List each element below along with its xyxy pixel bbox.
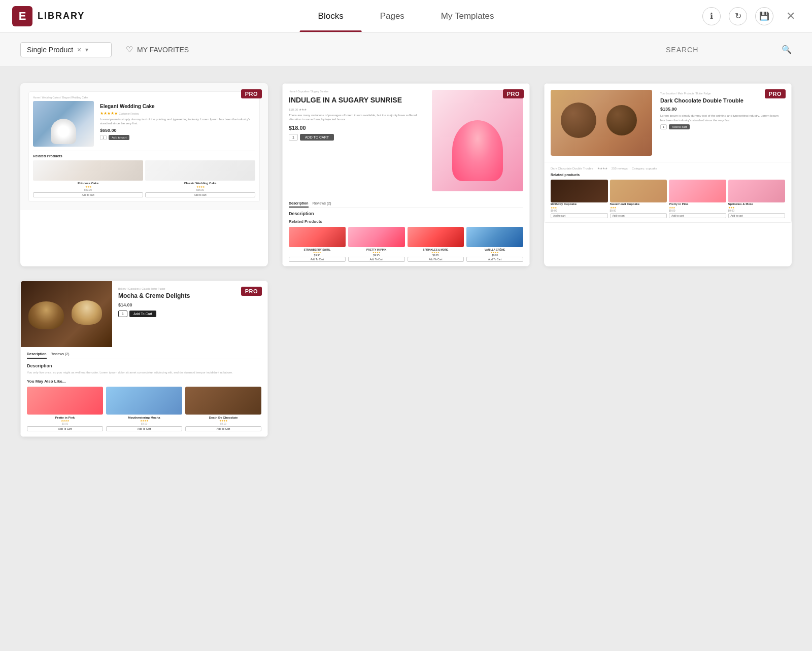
info-icon: ℹ	[710, 11, 713, 21]
card-4-related-img-3	[185, 387, 261, 415]
card-2-related-1: STRAWBERRY SWIRL ★★★★ $9.95 Add To Cart	[289, 227, 346, 262]
nav-tabs: Blocks Pages My Templates	[300, 0, 513, 32]
card-3-related-img-4	[728, 180, 786, 202]
filter-label: Single Product	[27, 46, 73, 54]
card-4-related-3: Death By Chocolate ★★★★ $9.00 Add To Car…	[185, 387, 261, 431]
card-2-tab-desc: Description	[289, 201, 309, 208]
card-1-related-img-1	[33, 160, 143, 181]
card-4-preview: Bakery / Cupcakes / Classic Butter Fudge…	[20, 281, 268, 437]
card-3-product-image	[551, 90, 652, 156]
card-2-related-3: SPRINKLES & MORE ★★★★ $9.95 Add To Cart	[408, 227, 464, 262]
card-2-related-title: Related Products	[289, 219, 523, 224]
card-2-related-img-4	[466, 227, 523, 247]
card-2-desc: There are many variations of passages of…	[289, 113, 426, 122]
card-1-related-name-2: Classic Wedding Cake	[145, 182, 255, 185]
tab-pages[interactable]: Pages	[362, 0, 423, 32]
card-4-related-img-1	[27, 387, 103, 415]
card-2-related-img-2	[348, 227, 405, 247]
card-4-cup-2	[72, 300, 102, 325]
card-2-related-img-1	[289, 227, 346, 247]
template-card-4[interactable]: PRO Bakery / Cupcakes / Classic Butter F…	[20, 281, 268, 437]
card-1-related-item-1: Princess Cake ★★★ $90.00 Add to cart	[33, 160, 143, 197]
card-3-actions: 1 Add to cart	[660, 124, 783, 129]
card-1-related-btn-1: Add to cart	[33, 192, 143, 197]
card-4-related-2: Mouthwatering Mocha ★★★★ $9.00 Add To Ca…	[106, 387, 182, 431]
search-icon[interactable]: 🔍	[782, 45, 792, 54]
save-button[interactable]: 💾	[755, 7, 773, 25]
search-input[interactable]	[666, 46, 777, 54]
card-4-you-may-label: You May Also Like...	[27, 379, 261, 384]
header: E LIBRARY Blocks Pages My Templates ℹ ↻ …	[0, 0, 812, 32]
card-1-product-image	[33, 101, 94, 147]
card-4-qty: 1	[118, 311, 127, 317]
card-2-actions: 1 ADD TO CART	[289, 134, 426, 141]
card-3-title: Dark Chocolate Double Trouble	[660, 97, 783, 104]
card-3-related-img-2	[610, 180, 667, 202]
card-3-related-name-1: Birthday Cupcake	[551, 202, 608, 205]
info-button[interactable]: ℹ	[702, 7, 721, 25]
card-2-product-info: Home / Cupcakes / Sugary Sunrise INDULGE…	[289, 90, 426, 191]
card-3-product-info: Your Location / Main Products / Butter F…	[658, 90, 785, 156]
card-3-meta: Dark Chocolate Double Trouble ★★★★ 255 r…	[551, 166, 785, 170]
card-2-cupcake-shape	[452, 120, 503, 181]
card-1-actions: 1 Add to cart	[100, 135, 253, 140]
card-2-price: $18.00	[289, 125, 426, 131]
card-4-related-grid: Pretty in Pink ★★★★ $9.00 Add To Cart Mo…	[27, 387, 261, 431]
card-2-bottom: Description Reviews (2) Description Rela…	[283, 197, 529, 266]
template-card-1[interactable]: PRO Home / Wedding Cakes / Elegant Weddi…	[20, 83, 268, 266]
templates-grid: PRO Home / Wedding Cakes / Elegant Weddi…	[20, 83, 792, 437]
logo-icon: E	[12, 6, 32, 26]
card-4-cup-1	[28, 301, 64, 329]
clear-filter-icon[interactable]: ×	[77, 46, 81, 54]
card-1-related-price-2: $95.00	[145, 188, 255, 191]
card-4-tab-desc: Description	[27, 352, 47, 359]
card-1-title: Elegant Wedding Cake	[100, 103, 253, 110]
card-4-price: $14.00	[118, 302, 261, 307]
pro-badge-2: PRO	[503, 89, 524, 98]
card-3-meta-title: Dark Chocolate Double Trouble	[551, 167, 593, 170]
pro-badge-4: PRO	[241, 287, 262, 296]
card-3-bottom: Dark Chocolate Double Trouble ★★★★ 255 r…	[545, 162, 791, 222]
favorites-button[interactable]: ♡ MY FAVORITES	[122, 42, 193, 57]
card-4-product-image	[21, 281, 112, 347]
card-2-related-grid: STRAWBERRY SWIRL ★★★★ $9.95 Add To Cart …	[289, 227, 523, 262]
close-icon: ✕	[786, 10, 795, 23]
card-1-related-title: Related Products	[33, 154, 255, 158]
toolbar: Single Product × ▾ ♡ MY FAVORITES 🔍	[0, 32, 812, 67]
card-3-related-grid: Birthday Cupcake ★★★ $9.00 Add to cart S…	[551, 180, 785, 218]
card-2-related-4: VANILLA CRÈME ★★★★ $9.95 Add To Cart	[466, 227, 523, 262]
card-4-nav: Bakery / Cupcakes / Classic Butter Fudge	[118, 287, 261, 290]
template-card-2[interactable]: PRO Home / Cupcakes / Sugary Sunrise IND…	[282, 83, 530, 266]
card-3-related-img-3	[669, 180, 726, 202]
card-3-choc-ball-2	[606, 105, 637, 135]
pro-badge-3: PRO	[765, 89, 786, 98]
card-2-tabs: Description Reviews (2)	[289, 201, 523, 208]
card-3-content: PRO Your Location / Main Products / Butt…	[544, 83, 792, 223]
main-content: PRO Home / Wedding Cakes / Elegant Weddi…	[0, 67, 812, 651]
card-3-related-2: Sweetheart Cupcake ★★★ $9.00 Add to cart	[610, 180, 667, 218]
tab-blocks[interactable]: Blocks	[300, 0, 362, 32]
card-3-price: $135.00	[660, 107, 783, 112]
card-1-content: PRO Home / Wedding Cakes / Elegant Weddi…	[20, 83, 268, 210]
card-2-desc-label: Description	[289, 211, 523, 216]
card-2-meta: $18.00 ★★★	[289, 108, 426, 111]
card-4-title: Mocha & Creme Delights	[118, 292, 261, 299]
card-1-breadcrumb: Home / Wedding Cakes / Elegant Wedding C…	[33, 96, 255, 99]
card-3-related-name-2: Sweetheart Cupcake	[610, 202, 667, 205]
card-2-qty: 1	[289, 134, 298, 141]
filter-dropdown[interactable]: Single Product × ▾	[20, 42, 112, 57]
close-button[interactable]: ✕	[782, 7, 800, 25]
refresh-button[interactable]: ↻	[729, 7, 747, 25]
card-4-desc-label: Description	[27, 363, 261, 368]
card-1-related-btn-2: Add to cart	[145, 192, 255, 197]
favorites-label: MY FAVORITES	[137, 46, 189, 54]
card-3-related-4: Sprinkles & More ★★★ $9.00 Add to cart	[728, 180, 786, 218]
card-1-related-img-2	[145, 160, 255, 181]
template-card-3[interactable]: PRO Your Location / Main Products / Butt…	[544, 83, 792, 266]
card-2-breadcrumb: Home / Cupcakes / Sugary Sunrise	[289, 90, 426, 93]
card-4-tab-reviews: Reviews (2)	[51, 352, 70, 359]
card-4-content: PRO Bakery / Cupcakes / Classic Butter F…	[20, 281, 268, 437]
card-2-preview: Home / Cupcakes / Sugary Sunrise INDULGE…	[282, 83, 530, 266]
logo-letter: E	[19, 10, 26, 23]
tab-my-templates[interactable]: My Templates	[423, 0, 513, 32]
